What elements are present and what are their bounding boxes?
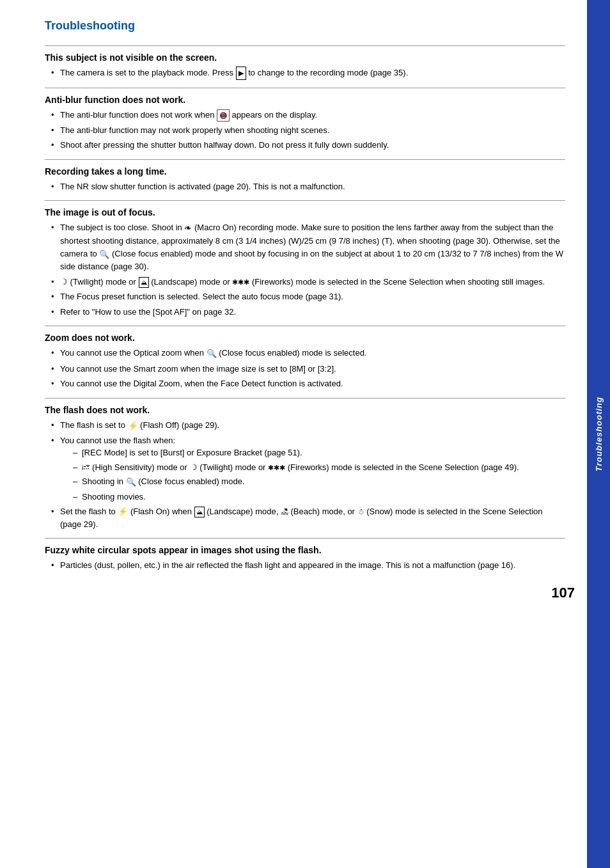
beach-icon: 🏖 [281, 507, 288, 516]
flash-sub-bullets: [REC Mode] is set to [Burst] or Exposure… [60, 446, 565, 503]
close-focus-icon: 🔍 [99, 249, 109, 259]
heading-out-of-focus: The image is out of focus. [45, 207, 565, 217]
bullet-item: ☽ (Twilight) mode or ⛰ (Landscape) mode … [51, 276, 565, 288]
heading-flash: The flash does not work. [45, 405, 565, 415]
bullet-item: You cannot use the Optical zoom when 🔍 (… [51, 347, 565, 359]
flash-on-icon: ⚡ [118, 507, 128, 516]
bullet-item: The anti-blur function does not work whe… [51, 109, 565, 122]
heading-subject-not-visible: This subject is not visible on the scree… [45, 52, 565, 63]
page-title: Troubleshooting [45, 19, 565, 33]
heading-recording-long: Recording takes a long time. [45, 166, 565, 177]
section-fuzzy: Fuzzy white circular spots appear in ima… [45, 545, 565, 572]
section-flash: The flash does not work. The flash is se… [45, 405, 565, 531]
bullets-flash: The flash is set to ⚡ (Flash Off) (page … [45, 419, 565, 531]
bullet-item: Refer to "How to use the [Spot AF]" on p… [51, 306, 565, 319]
heading-zoom: Zoom does not work. [45, 333, 565, 343]
section-zoom: Zoom does not work. You cannot use the O… [45, 333, 565, 390]
snow-icon: ☃ [357, 507, 364, 516]
antiblur-icon: 📵 [217, 109, 230, 122]
heading-anti-blur: Anti-blur function does not work. [45, 95, 565, 105]
page-container: Troubleshooting This subject is not visi… [0, 0, 610, 614]
bullets-zoom: You cannot use the Optical zoom when 🔍 (… [45, 347, 565, 390]
close-focus-icon3: 🔍 [126, 477, 136, 487]
bullets-anti-blur: The anti-blur function does not work whe… [45, 109, 565, 152]
fireworks-icon: ✱✱✱ [232, 278, 249, 286]
landscape-icon: ⛰ [139, 277, 149, 288]
divider-7 [45, 538, 565, 539]
bullets-subject-not-visible: The camera is set to the playback mode. … [45, 67, 565, 80]
sub-bullet-item: Shooting movies. [73, 491, 565, 503]
divider-2 [45, 88, 565, 88]
iso-icon: i𝌂̅ [82, 464, 90, 471]
section-anti-blur: Anti-blur function does not work. The an… [45, 95, 565, 152]
bullet-item: The NR slow shutter function is activate… [51, 180, 565, 193]
sub-bullet-item: [REC Mode] is set to [Burst] or Exposure… [73, 446, 565, 459]
bullet-item: Set the flash to ⚡ (Flash On) when ⛰ (La… [51, 505, 565, 530]
divider-4 [45, 200, 565, 201]
divider-5 [45, 326, 565, 326]
sub-bullet-item: i𝌂̅ (High Sensitivity) mode or ☽ (Twilig… [73, 461, 565, 474]
sub-bullet-item: Shooting in 🔍 (Close focus enabled) mode… [73, 475, 565, 488]
bullet-item: You cannot use the Smart zoom when the i… [51, 363, 565, 375]
moon-icon2: ☽ [190, 462, 198, 472]
divider-6 [45, 398, 565, 398]
bullets-out-of-focus: The subject is too close. Shoot in ❧ (Ma… [45, 221, 565, 318]
bullet-item: You cannot use the Digital Zoom, when th… [51, 377, 565, 390]
sidebar-label: Troubleshooting [594, 397, 604, 471]
section-subject-not-visible: This subject is not visible on the scree… [45, 52, 565, 80]
bullet-item: You cannot use the flash when: [REC Mode… [51, 434, 565, 503]
section-out-of-focus: The image is out of focus. The subject i… [45, 207, 565, 318]
macro-icon: ❧ [184, 223, 192, 233]
bullets-fuzzy: Particles (dust, pollen, etc.) in the ai… [45, 559, 565, 572]
bullet-item: The camera is set to the playback mode. … [51, 67, 565, 80]
right-sidebar: Troubleshooting [587, 0, 610, 868]
bullet-item: Particles (dust, pollen, etc.) in the ai… [51, 559, 565, 572]
fireworks-icon2: ✱✱✱ [268, 464, 285, 471]
close-focus-icon2: 🔍 [207, 349, 217, 358]
landscape-icon2: ⛰ [194, 507, 205, 517]
page-number: 107 [551, 585, 575, 601]
bullet-item: The subject is too close. Shoot in ❧ (Ma… [51, 221, 565, 272]
moon-icon: ☽ [60, 277, 68, 287]
bullet-item: Shoot after pressing the shutter button … [51, 139, 565, 152]
heading-fuzzy: Fuzzy white circular spots appear in ima… [45, 545, 565, 555]
divider-3 [45, 159, 565, 160]
section-recording-long: Recording takes a long time. The NR slow… [45, 166, 565, 193]
divider-1 [45, 45, 565, 46]
bullet-item: The Focus preset function is selected. S… [51, 290, 565, 303]
bullet-item: The flash is set to ⚡ (Flash Off) (page … [51, 419, 565, 432]
bullet-item: The anti-blur function may not work prop… [51, 124, 565, 137]
bullets-recording-long: The NR slow shutter function is activate… [45, 180, 565, 193]
flash-off-icon: ⚡ [128, 420, 138, 430]
play-icon-box: ▶ [236, 67, 246, 80]
